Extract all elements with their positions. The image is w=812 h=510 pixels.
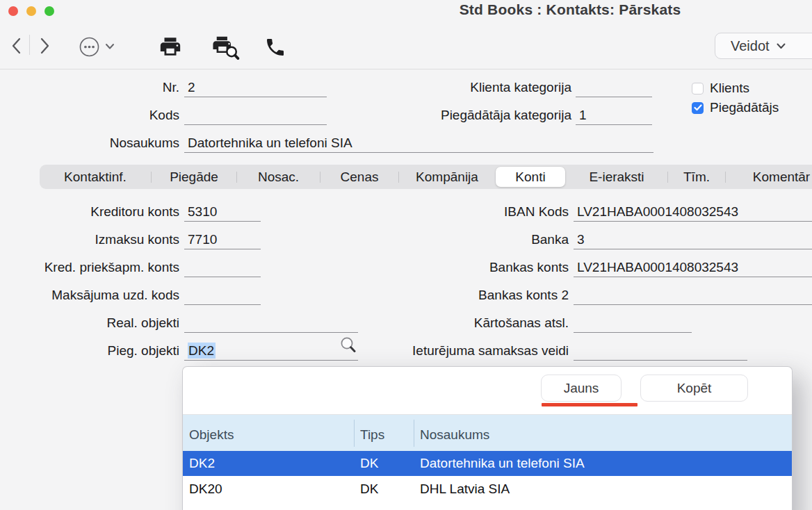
piegadataja-kategorija-value: 1 bbox=[579, 108, 587, 122]
tab-nosac[interactable]: Nosac. bbox=[237, 165, 320, 189]
field-label-kartosanas-atsl: Kārtošanas atsl. bbox=[348, 313, 569, 333]
real-objekti-field[interactable] bbox=[184, 313, 358, 333]
bankas-konts-value: LV21HABA0001408032543 bbox=[577, 260, 738, 274]
iban-kods-field[interactable]: LV21HABA0001408032543 bbox=[574, 202, 812, 222]
nosaukums-value: Datortehnika un telefoni SIA bbox=[188, 135, 352, 150]
kred-prieksapm-konts-field[interactable] bbox=[184, 258, 261, 277]
row-objekts: DK2 bbox=[189, 456, 215, 471]
banka-value: 3 bbox=[577, 232, 585, 247]
new-button[interactable]: Jauns bbox=[541, 375, 622, 402]
row-tips: DK bbox=[360, 482, 378, 497]
column-divider bbox=[414, 420, 414, 447]
nosaukums-field[interactable]: Datortehnika un telefoni SIA bbox=[184, 133, 653, 153]
print-button[interactable] bbox=[156, 33, 184, 60]
row-objekts: DK20 bbox=[189, 482, 222, 497]
tab-piegade[interactable]: Piegāde bbox=[152, 165, 236, 189]
piegadatajs-checkbox[interactable] bbox=[692, 102, 704, 114]
ieturejuma-samaksas-veidi-field[interactable] bbox=[574, 341, 747, 361]
active-button-underline bbox=[542, 403, 638, 406]
field-label-bankas-konts: Bankas konts bbox=[348, 258, 569, 277]
window-title: Std Books : Kontakts: Pārskats bbox=[362, 1, 779, 18]
back-button[interactable] bbox=[8, 35, 25, 56]
piegadatajs-checkbox-label: Piegādātājs bbox=[710, 100, 779, 115]
klienta-kategorija-field[interactable] bbox=[576, 78, 652, 97]
table-row[interactable]: DK20 DK DHL Latvia SIA bbox=[183, 476, 792, 502]
field-label-iban-kods: IBAN Kods bbox=[348, 202, 569, 222]
field-label-izmaksu-konts: Izmaksu konts bbox=[0, 230, 179, 249]
back-chevron-icon bbox=[10, 37, 23, 55]
paste-special-popup: Jauns Kopēt Objekts Tips Nosaukums DK2 D… bbox=[182, 366, 793, 510]
chevron-down-icon bbox=[105, 43, 115, 50]
nr-value: 2 bbox=[188, 80, 195, 94]
field-label-klienta-kategorija: Klienta kategorija bbox=[375, 78, 571, 97]
table-row-selected[interactable]: DK2 DK Datortehnika un telefoni SIA bbox=[183, 451, 792, 476]
tab-tim[interactable]: Tīm. bbox=[668, 165, 725, 189]
more-options-button[interactable] bbox=[79, 35, 115, 58]
copy-button[interactable]: Kopēt bbox=[640, 375, 748, 402]
close-window-button[interactable] bbox=[8, 6, 18, 16]
ellipsis-circle-icon bbox=[79, 36, 100, 58]
column-header-objekts[interactable]: Objekts bbox=[189, 427, 234, 443]
column-header-tips[interactable]: Tips bbox=[360, 427, 384, 443]
column-divider bbox=[354, 420, 355, 447]
klients-checkbox-row[interactable]: Klients bbox=[692, 81, 749, 96]
field-label-banka: Banka bbox=[348, 230, 569, 249]
row-nosaukums: DHL Latvia SIA bbox=[420, 482, 510, 497]
row-nosaukums: Datortehnika un telefoni SIA bbox=[420, 456, 585, 471]
table-header-row: Objekts Tips Nosaukums bbox=[183, 414, 792, 451]
column-header-nosaukums[interactable]: Nosaukums bbox=[420, 427, 489, 443]
kreditoru-konts-field[interactable]: 5310 bbox=[184, 202, 261, 222]
klients-checkbox[interactable] bbox=[692, 83, 704, 94]
field-label-pieg-objekti: Pieg. objekti bbox=[0, 341, 179, 361]
piegadataja-kategorija-field[interactable]: 1 bbox=[576, 106, 652, 125]
printer-icon bbox=[159, 35, 182, 58]
tab-komentars[interactable]: Komentār bbox=[726, 165, 812, 189]
field-label-nosaukums: Nosaukums bbox=[0, 133, 179, 153]
kreditoru-konts-value: 5310 bbox=[188, 204, 217, 219]
create-button[interactable]: Veidot bbox=[715, 33, 812, 59]
toolbar-divider bbox=[29, 35, 30, 55]
field-label-bankas-konts-2: Bankas konts 2 bbox=[348, 286, 569, 305]
maksajuma-uzd-kods-field[interactable] bbox=[184, 286, 261, 305]
phone-button[interactable] bbox=[263, 34, 288, 60]
izmaksu-konts-field[interactable]: 7710 bbox=[184, 230, 261, 249]
iban-kods-value: LV21HABA0001408032543 bbox=[577, 204, 738, 219]
chevron-down-icon bbox=[777, 43, 786, 49]
kartosanas-atsl-field[interactable] bbox=[574, 313, 692, 333]
tab-e-ieraksti[interactable]: E-ieraksti bbox=[566, 165, 667, 189]
bankas-konts-field[interactable]: LV21HABA0001408032543 bbox=[574, 258, 812, 277]
nr-field[interactable]: 2 bbox=[184, 78, 327, 97]
forward-button[interactable] bbox=[36, 35, 53, 56]
tab-kontaktinf[interactable]: Kontaktinf. bbox=[40, 165, 151, 189]
minimize-window-button[interactable] bbox=[26, 6, 36, 16]
piegadatajs-checkbox-row[interactable]: Piegādātājs bbox=[692, 100, 779, 115]
toolbar-separator bbox=[0, 69, 812, 69]
field-label-piegadataja-kategorija: Piegādātāja kategorija bbox=[375, 106, 571, 125]
field-label-kreditoru-konts: Kreditoru konts bbox=[0, 202, 179, 222]
printer-preview-icon bbox=[210, 34, 241, 60]
tab-bar: Kontaktinf. Piegāde Nosac. Cenas Kompāni… bbox=[40, 165, 812, 189]
field-label-maksajuma-uzd-kods: Maksājuma uzd. kods bbox=[0, 286, 179, 305]
app-window: Std Books : Kontakts: Pārskats Veidot Nr… bbox=[0, 0, 812, 510]
field-label-kred-prieksapm-konts: Kred. priekšapm. konts bbox=[0, 258, 179, 277]
field-label-real-objekti: Real. objekti bbox=[0, 313, 179, 333]
checkmark-icon bbox=[694, 104, 702, 111]
field-label-nr: Nr. bbox=[0, 78, 179, 97]
phone-icon bbox=[264, 36, 286, 58]
row-tips: DK bbox=[360, 456, 378, 471]
tab-cenas[interactable]: Cenas bbox=[320, 165, 398, 189]
pieg-objekti-field[interactable]: DK2 bbox=[184, 341, 358, 361]
pieg-objekti-value: DK2 bbox=[188, 343, 216, 359]
banka-field[interactable]: 3 bbox=[574, 230, 812, 249]
bankas-konts-2-field[interactable] bbox=[574, 286, 812, 305]
zoom-window-button[interactable] bbox=[44, 6, 54, 16]
forward-chevron-icon bbox=[38, 37, 51, 55]
kods-field[interactable] bbox=[184, 106, 327, 125]
field-label-kods: Kods bbox=[0, 106, 179, 125]
izmaksu-konts-value: 7710 bbox=[188, 232, 217, 247]
create-button-label: Veidot bbox=[731, 38, 770, 54]
tab-kompanija[interactable]: Kompānija bbox=[399, 165, 495, 189]
print-preview-button[interactable] bbox=[209, 33, 242, 61]
tab-konti[interactable]: Konti bbox=[496, 167, 565, 187]
klients-checkbox-label: Klients bbox=[710, 81, 749, 96]
